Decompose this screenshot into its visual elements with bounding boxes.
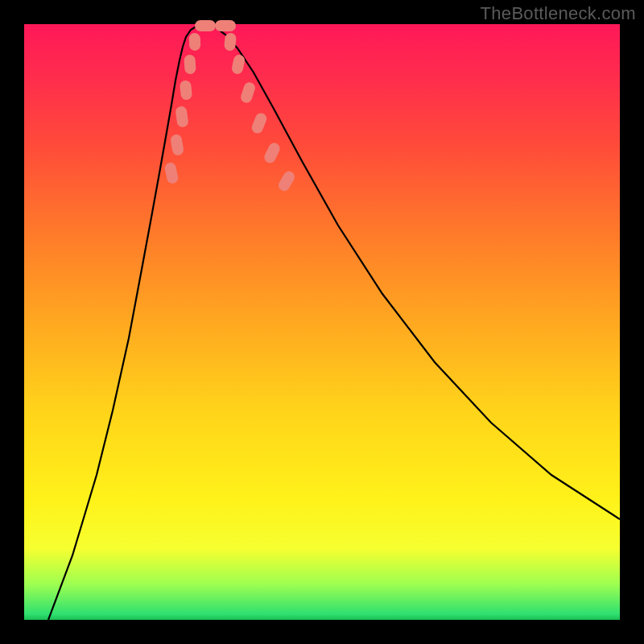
curve-marker bbox=[262, 141, 282, 165]
curve-marker bbox=[231, 54, 246, 75]
plot-area bbox=[24, 24, 620, 620]
bottleneck-curve bbox=[24, 24, 620, 620]
watermark-label: TheBottleneck.com bbox=[481, 3, 636, 24]
curve-marker bbox=[239, 80, 256, 104]
curve-marker bbox=[163, 162, 179, 184]
curve-marker bbox=[180, 80, 192, 100]
curve-marker bbox=[276, 169, 296, 193]
curve-marker bbox=[184, 55, 196, 75]
curve-marker bbox=[250, 111, 269, 134]
curve-marker bbox=[189, 33, 201, 51]
curve-marker bbox=[175, 105, 188, 128]
curve-marker bbox=[195, 20, 216, 31]
curve-right-branch bbox=[205, 24, 620, 519]
curve-marker bbox=[224, 32, 237, 51]
curve-marker bbox=[170, 134, 184, 156]
chart-container: TheBottleneck.com bbox=[0, 0, 644, 644]
curve-marker bbox=[215, 20, 236, 31]
